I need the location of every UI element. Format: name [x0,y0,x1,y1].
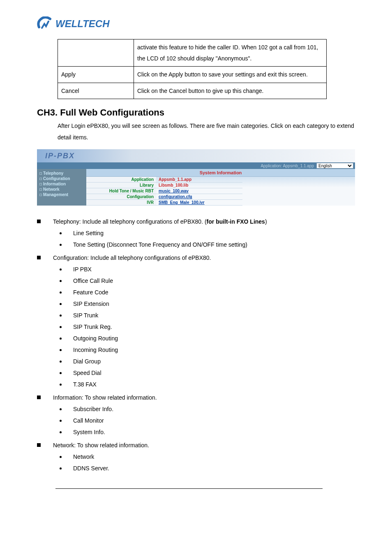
sidebar-item-network[interactable]: ◘Network [39,187,84,192]
info-label: IVR [86,200,156,205]
list-item-label: Tone Setting (Disconnect Tone Frequency … [73,239,247,250]
list-item: Line Setting [60,227,355,239]
category-heading: Configuration: Include all telephony con… [37,252,355,264]
sub-list: IP PBXOffice Call RuleFeature CodeSIP Ex… [60,264,355,390]
info-value: Appsmb_1.1.app [156,177,194,182]
list-item-label: Incoming Routing [73,344,118,356]
list-item-label: SIP Trunk Reg. [73,321,112,333]
table-row: Hold Tone / Music RBT music_100.wav [86,188,242,194]
list-item-label: IP PBX [73,264,92,275]
ss-sidebar: ◘Telephony ◘Configuration ◘Information ◘… [37,169,86,206]
list-item-label: Subscriber Info. [73,403,113,415]
list-item: Office Call Rule [60,275,355,287]
page-logo: WELLTECH [37,16,355,31]
language-select[interactable]: English [316,163,353,169]
list-item-label: SIP Extension [73,298,109,310]
list-item-label: SIP Trunk [73,310,98,321]
table-row: Configuration configuration.cfg [86,194,242,200]
list-item: IP PBX [60,264,355,275]
categories-outline: Telephony: Include all telephony configu… [37,216,355,474]
logo-swoosh-icon [37,16,53,31]
table-row: IVR SMB_Eng_Male_100.ivr [86,200,242,206]
list-item-label: Outgoing Routing [73,333,118,344]
list-item: Speed Dial [60,367,355,379]
list-item: Outgoing Routing [60,333,355,344]
dot-bullet-icon [60,408,62,410]
info-label: Hold Tone / Music RBT [86,188,156,194]
list-item: SIP Trunk Reg. [60,321,355,333]
table-cell-empty [58,39,134,67]
list-item-label: Feature Code [73,287,108,298]
chapter-intro-text: After Login ePBX80, you will see screen … [58,120,355,143]
info-value-link[interactable]: configuration.cfg [156,194,195,199]
dot-bullet-icon [60,467,62,469]
sidebar-item-information[interactable]: ◘Information [39,181,84,187]
sidebar-item-telephony[interactable]: ◘Telephony [39,171,84,176]
dot-bullet-icon [60,372,62,374]
info-value: Libsmb_100.lib [156,183,191,188]
dot-bullet-icon [60,338,62,340]
table-cell-desc: activate this feature to hide the caller… [134,39,327,67]
dot-bullet-icon [60,314,62,317]
list-item: Tone Setting (Disconnect Tone Frequency … [60,239,355,250]
list-item: DDNS Server. [60,462,355,474]
dot-bullet-icon [60,420,62,422]
list-item-label: T.38 FAX [73,379,97,390]
category-heading: Telephony: Include all telephony configu… [37,216,355,227]
category-title: Information: To show related information… [53,392,157,403]
category-heading: Information: To show related information… [37,392,355,403]
info-label: Configuration [86,194,156,199]
logo-text: WELLTECH [55,18,110,30]
list-item-label: Network [73,451,94,462]
list-item-label: Office Call Rule [73,275,113,287]
list-item: Dial Group [60,356,355,367]
dot-bullet-icon [60,268,62,271]
list-item: System Info. [60,426,355,438]
ss-body: ◘Telephony ◘Configuration ◘Information ◘… [37,169,355,206]
dot-bullet-icon [60,349,62,351]
list-item: Feature Code [60,287,355,298]
list-item: T.38 FAX [60,379,355,390]
ss-product-logo: IP-PBX [45,152,75,160]
list-item-label: Speed Dial [73,367,101,379]
dot-bullet-icon [60,456,62,458]
ss-main-panel: System Information Application Appsmb_1.… [86,169,355,206]
category-title: Telephony: Include all telephony configu… [53,216,267,227]
dot-bullet-icon [60,384,62,386]
table-cell-apply-desc: Click on the Apply button to save your s… [134,67,327,83]
square-bullet-icon [37,443,41,447]
embedded-screenshot: IP-PBX Application: Appsmb_1.1.app Engli… [37,149,355,206]
info-value-link[interactable]: music_100.wav [156,188,191,194]
table-cell-cancel-label: Cancel [58,83,134,99]
table-row: Library Libsmb_100.lib [86,183,242,188]
table-row: Application Appsmb_1.1.app [86,177,242,183]
list-item: Incoming Routing [60,344,355,356]
config-parameters-table: activate this feature to hide the caller… [58,39,327,99]
list-item-label: DDNS Server. [73,462,109,474]
category-title: Configuration: Include all telephony con… [53,252,211,264]
footer-divider [55,488,323,489]
table-cell-apply-label: Apply [58,67,134,83]
square-bullet-icon [37,256,41,259]
square-bullet-icon [37,220,41,223]
dot-bullet-icon [60,232,62,234]
ss-info-table: Application Appsmb_1.1.app Library Libsm… [86,177,242,206]
list-item-label: Call Monitor [73,415,104,426]
ss-application-label: Application: Appsmb_1.1.app [261,164,314,168]
dot-bullet-icon [60,361,62,363]
info-value-link[interactable]: SMB_Eng_Male_100.ivr [156,200,207,205]
square-bullet-icon [37,395,41,399]
dot-bullet-icon [60,303,62,305]
table-cell-cancel-desc: Click on the Cancel button to give up th… [134,83,327,99]
info-label: Library [86,183,156,188]
ss-toolbar: Application: Appsmb_1.1.app English [37,162,355,169]
list-item: SIP Trunk [60,310,355,321]
sidebar-item-configuration[interactable]: ◘Configuration [39,176,84,181]
category-title: Network: To show related information. [53,439,149,451]
dot-bullet-icon [60,431,62,433]
sub-list: Subscriber Info.Call MonitorSystem Info. [60,403,355,438]
dot-bullet-icon [60,244,62,246]
ss-header-bar: IP-PBX [37,149,355,162]
sidebar-item-management[interactable]: ◘Management [39,192,84,197]
list-item-label: Dial Group [73,356,101,367]
